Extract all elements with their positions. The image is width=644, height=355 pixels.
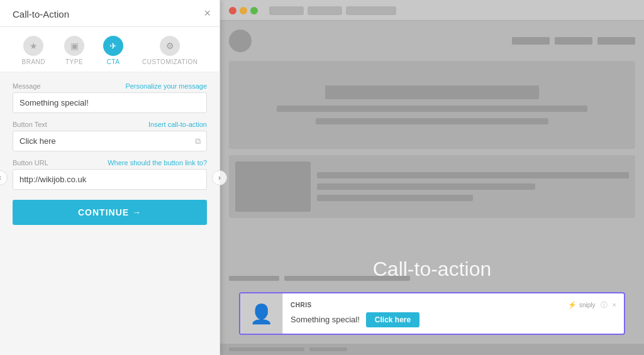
browser-content: Call-to-action 👤 CHRIS ⚡ sniply ⓘ × — [220, 21, 644, 344]
step-brand[interactable]: ★ Brand — [22, 36, 46, 65]
nav-block-1 — [269, 6, 304, 15]
button-text-input-wrapper: ⧉ — [13, 131, 207, 151]
browser-nav-blocks — [269, 6, 396, 15]
step-customization-label: Customization — [142, 58, 197, 65]
step-type-icon: ▣ — [64, 36, 84, 56]
content-block-1 — [229, 61, 635, 149]
sniply-logo-area: ⚡ sniply ⓘ × — [568, 300, 616, 310]
content-block-2 — [229, 155, 635, 218]
content-rline-1 — [317, 172, 629, 178]
content-right-lines — [317, 161, 629, 212]
sniply-content: CHRIS ⚡ sniply ⓘ × Something special! Cl… — [283, 295, 624, 332]
step-cta-label: CTA — [107, 58, 120, 65]
page-nav-1 — [512, 37, 550, 45]
content-rline-3 — [317, 195, 473, 201]
panel-header: Call-to-Action × — [0, 0, 219, 27]
left-panel: Call-to-Action × ★ Brand ▣ Type ✈ CTA ⚙ … — [0, 0, 220, 355]
button-url-label: Button URL — [13, 159, 48, 167]
nav-arrow-right[interactable]: › — [212, 170, 227, 185]
bottom-block-2 — [284, 276, 410, 281]
page-nav-items — [512, 37, 635, 45]
button-url-input[interactable] — [13, 169, 207, 190]
sniply-name: CHRIS — [291, 302, 312, 309]
sniply-cta-button[interactable]: Click here — [366, 312, 419, 327]
sniply-bar: 👤 CHRIS ⚡ sniply ⓘ × Something special! … — [239, 292, 625, 335]
message-field-group: Message Personalize your message — [13, 82, 207, 113]
status-line-2 — [309, 347, 347, 351]
traffic-lights — [229, 7, 258, 14]
sniply-bottom-row: Something special! Click here — [291, 312, 616, 327]
button-url-labels: Button URL Where should the button link … — [13, 159, 207, 167]
content-line-1 — [277, 106, 587, 112]
step-customization[interactable]: ⚙ Customization — [142, 36, 197, 65]
traffic-light-yellow — [240, 7, 247, 14]
input-copy-icon: ⧉ — [195, 136, 201, 146]
sniply-logo-text: sniply — [579, 302, 596, 309]
step-brand-label: Brand — [22, 58, 46, 65]
step-type[interactable]: ▣ Type — [64, 36, 84, 65]
content-rline-2 — [317, 183, 535, 190]
page-nav-3 — [597, 37, 635, 45]
sniply-top-row: CHRIS ⚡ sniply ⓘ × — [291, 300, 616, 310]
content-side-image — [235, 161, 311, 212]
button-text-field-group: Button Text Insert call-to-action ⧉ — [13, 121, 207, 151]
traffic-light-green — [250, 7, 258, 14]
close-button[interactable]: × — [204, 8, 211, 19]
message-labels: Message Personalize your message — [13, 82, 207, 90]
step-type-label: Type — [65, 58, 83, 65]
bottom-block-1 — [229, 276, 279, 281]
page-avatar — [229, 30, 252, 52]
page-top-bar — [229, 30, 635, 52]
message-input[interactable] — [13, 92, 207, 113]
sniply-logo-icon: ⚡ — [568, 301, 577, 309]
button-text-labels: Button Text Insert call-to-action — [13, 121, 207, 128]
content-line-2 — [316, 118, 549, 124]
panel-title: Call-to-Action — [13, 9, 69, 19]
right-panel: Call-to-action 👤 CHRIS ⚡ sniply ⓘ × — [220, 0, 644, 355]
sniply-close-button[interactable]: × — [613, 301, 616, 309]
page-nav-2 — [555, 37, 592, 45]
continue-button[interactable]: CONTINUE → — [13, 200, 207, 225]
url-hint-link: Where should the button link to? — [108, 159, 207, 167]
insert-cta-link[interactable]: Insert call-to-action — [148, 121, 207, 128]
sniply-message: Something special! — [291, 315, 360, 324]
step-brand-icon: ★ — [23, 36, 43, 56]
sniply-avatar-icon: 👤 — [250, 303, 273, 325]
step-cta[interactable]: ✈ CTA — [103, 36, 123, 65]
sniply-info-icon[interactable]: ⓘ — [601, 300, 608, 310]
button-text-label: Button Text — [13, 121, 47, 128]
content-heading-block — [325, 85, 539, 99]
browser-chrome — [220, 0, 644, 21]
browser-status-bar — [220, 344, 644, 355]
bottom-blocks — [229, 276, 635, 281]
nav-block-3 — [346, 6, 396, 15]
message-label: Message — [13, 82, 41, 90]
status-line-1 — [229, 347, 304, 351]
button-url-field-group: Button URL Where should the button link … — [13, 159, 207, 190]
panel-form: Message Personalize your message Button … — [0, 72, 219, 355]
traffic-light-red — [229, 7, 236, 14]
steps-bar: ★ Brand ▣ Type ✈ CTA ⚙ Customization — [0, 27, 219, 72]
button-text-input[interactable] — [13, 131, 207, 151]
personalize-link[interactable]: Personalize your message — [125, 82, 207, 90]
sniply-avatar: 👤 — [240, 293, 283, 334]
nav-block-2 — [308, 6, 342, 15]
step-cta-icon: ✈ — [103, 36, 123, 56]
step-customization-icon: ⚙ — [160, 36, 180, 56]
